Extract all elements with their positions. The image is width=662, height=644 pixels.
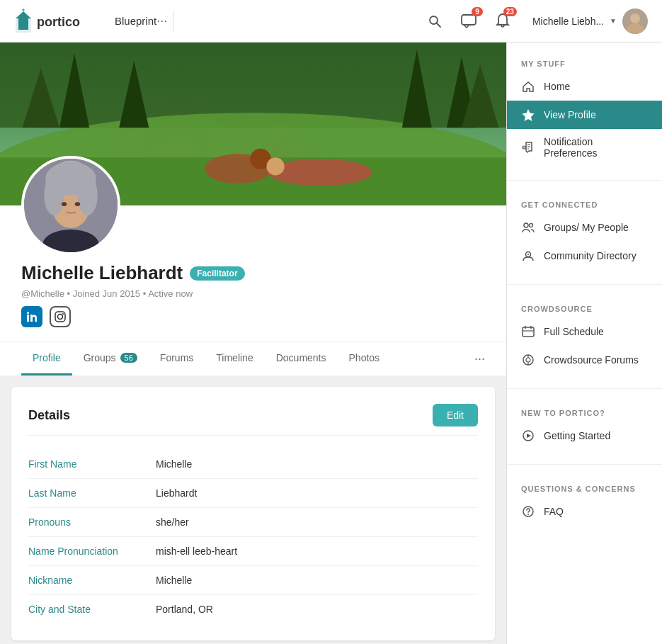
details-field-label: First Name [28,458,156,470]
details-row: City and State Portland, OR [28,595,478,623]
details-field-value: Michelle [156,458,192,470]
sidebar-section-get-connected: GET CONNECTED Groups/ My People [507,183,662,281]
profile-status: Active now [148,288,193,299]
user-menu[interactable]: Michelle Liebh... ▼ [532,9,648,34]
details-field-value: Liebhardt [156,487,197,499]
profile-name: Michelle Liebhardt Facilitator [21,262,245,284]
profile-avatar [21,156,120,255]
main-layout: Michelle Liebhardt Facilitator @Michelle… [0,43,662,644]
community-dir-icon [521,249,535,263]
details-row: Pronouns she/her [28,508,478,537]
details-row: Name Pronunciation mish-ell leeb-heart [28,537,478,566]
get-connected-title: GET CONNECTED [507,195,662,213]
svg-marker-58 [527,434,531,438]
details-row: Last Name Liebhardt [28,479,478,508]
faq-label: FAQ [544,506,564,517]
sidebar-item-home[interactable]: Home [507,72,662,101]
logo[interactable]: portico [14,7,92,35]
more-nav-button[interactable]: ··· [156,13,167,28]
sidebar-item-community-dir[interactable]: Community Directory [507,242,662,270]
getting-started-icon [521,429,535,443]
sidebar-item-groups[interactable]: Groups/ My People [507,213,662,242]
profile-meta: @Michelle • Joined Jun 2015 • Active now [21,288,485,299]
profile-header: Michelle Liebhardt Facilitator @Michelle… [0,205,506,341]
svg-point-37 [58,315,63,320]
tab-profile[interactable]: Profile [21,342,72,375]
new-to-portico-title: NEW TO PORTICO? [507,403,662,422]
top-navigation: portico Blueprint ··· 9 23 [0,0,662,43]
svg-point-48 [527,254,529,255]
tab-documents[interactable]: Documents [265,342,338,375]
details-rows: First Name Michelle Last Name Liebhardt … [28,450,478,623]
svg-rect-10 [622,9,648,34]
tab-profile-label: Profile [33,352,61,363]
notifications-button[interactable]: 23 [490,9,515,34]
nav-icons: 9 23 Michelle Liebh... ▼ [422,9,648,34]
svg-point-46 [530,224,533,227]
tab-timeline[interactable]: Timeline [205,342,264,375]
svg-point-30 [77,176,97,216]
sidebar-section-new: NEW TO PORTICO? Getting Started [507,392,662,461]
nav-divider [173,11,173,32]
tab-groups[interactable]: Groups 56 [72,342,149,375]
tab-photos-label: Photos [349,352,380,363]
divider-2 [507,284,662,285]
svg-point-32 [75,202,81,206]
profile-name-text: Michelle Liebhardt [21,262,183,284]
schedule-icon [521,324,535,339]
profile-avatar-inner [24,159,118,252]
tab-more-button[interactable]: ··· [474,351,485,366]
details-title: Details [28,408,70,423]
sidebar-item-faq[interactable]: FAQ [507,497,662,526]
avatar [622,9,648,34]
divider-4 [507,464,662,465]
notification-pref-label: Notification Preferences [544,136,648,159]
sidebar-section-crowdsource: CROWDSOURCE Full Schedule [507,288,662,385]
profile-joined: Joined Jun 2015 [73,288,140,299]
crowdsource-forums-label: Crowdsource Forums [544,354,639,366]
right-sidebar: MY STUFF Home View Profile [506,43,662,644]
sidebar-item-view-profile[interactable]: View Profile [507,101,662,129]
user-name-label: Michelle Liebh... [532,16,604,27]
svg-point-31 [62,202,67,206]
crowdsource-title: CROWDSOURCE [507,299,662,317]
svg-rect-36 [55,312,65,322]
details-field-value: Michelle [156,575,192,586]
edit-button[interactable]: Edit [433,404,478,426]
profile-name-block: Michelle Liebhardt Facilitator @Michelle… [21,262,485,327]
sidebar-item-getting-started[interactable]: Getting Started [507,422,662,450]
divider-3 [507,388,662,389]
details-field-label: Pronouns [28,516,156,528]
svg-marker-39 [523,109,535,121]
tab-forums-label: Forums [160,352,193,363]
profile-handle: @Michelle [21,288,64,299]
instagram-icon[interactable] [50,306,71,327]
tab-groups-label: Groups [84,352,116,363]
blueprint-link[interactable]: Blueprint [115,15,156,27]
groups-label: Groups/ My People [544,222,629,233]
sidebar-item-full-schedule[interactable]: Full Schedule [507,317,662,346]
details-field-value: Portland, OR [156,604,213,615]
svg-point-4 [430,16,438,24]
notification-pref-icon [521,140,535,154]
svg-marker-2 [22,9,25,11]
details-header: Details Edit [28,404,478,436]
details-field-value: mish-ell leeb-heart [156,546,237,557]
svg-text:portico: portico [37,15,80,29]
left-content: Michelle Liebhardt Facilitator @Michelle… [0,43,506,644]
tab-photos[interactable]: Photos [338,342,392,375]
community-dir-label: Community Directory [544,250,637,261]
svg-point-18 [266,157,284,175]
sidebar-section-my-stuff: MY STUFF Home View Profile [507,43,662,177]
star-icon [521,108,535,122]
faq-icon [521,504,535,519]
sidebar-item-crowdsource-forums[interactable]: Crowdsource Forums [507,346,662,374]
search-button[interactable] [422,9,447,34]
sidebar-item-notification-pref[interactable]: Notification Preferences [507,129,662,166]
details-field-value: she/her [156,516,189,528]
meta-sep1: • [67,288,73,299]
notifications-badge: 23 [503,7,517,16]
tab-forums[interactable]: Forums [149,342,205,375]
messages-button[interactable]: 9 [456,9,481,34]
linkedin-icon[interactable] [21,306,42,327]
